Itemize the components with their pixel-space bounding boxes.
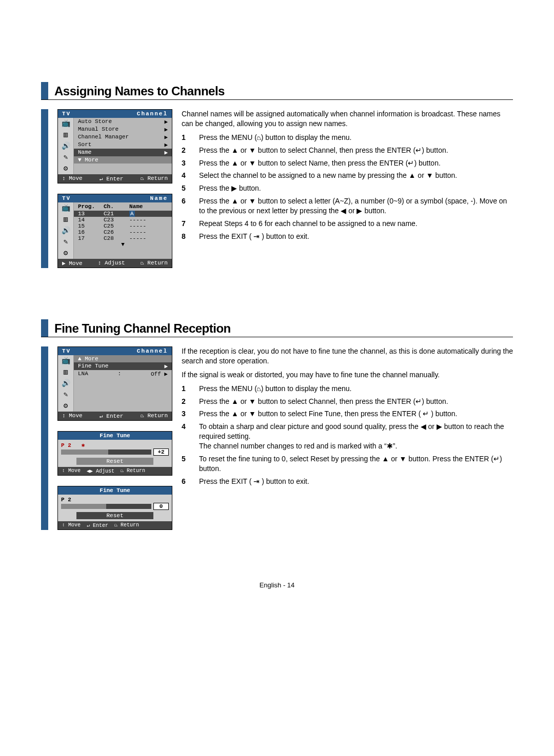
step: 3Press the ▲ or ▼ button to select Fine … bbox=[182, 409, 513, 419]
ft-channel: P 2 bbox=[61, 497, 71, 503]
ft-star: ✱ bbox=[82, 442, 85, 448]
section-header: Fine Tuning Channel Reception bbox=[41, 319, 513, 337]
ft-title: Fine Tune bbox=[58, 486, 172, 495]
picture-icon: 📺 bbox=[62, 120, 70, 127]
menu-more-up: ▲ More bbox=[74, 355, 172, 362]
osd-sidebar-icons: 📺 ▥ 🔊 ✎ ⚙ bbox=[58, 355, 74, 412]
osd-sidebar-icons: 📺 ▥ 🔊 ✎ ⚙ bbox=[58, 202, 74, 259]
osd-fine-tune-adjusted: Fine Tune P 2 ✱ +2 Reset ↕ Move ◀▶ Adjus… bbox=[57, 431, 172, 476]
osd-tv-label: TV bbox=[62, 348, 71, 354]
table-row: 14 C23 ----- bbox=[74, 217, 172, 223]
gear-icon: ⚙ bbox=[64, 402, 68, 410]
osd-fine-tune-zero: Fine Tune P 2 0 Reset ↕ Move ↵ Enter ⏢ R… bbox=[57, 486, 172, 530]
instructions: Channel names will be assigned automatic… bbox=[182, 109, 513, 268]
table-row: 17 C28 ----- bbox=[74, 235, 172, 241]
ft-channel: P 2 bbox=[61, 442, 71, 448]
section-title: Fine Tuning Channel Reception bbox=[54, 319, 231, 337]
menu-item-selected: Fine Tune▶ bbox=[74, 362, 172, 370]
menu-item: Auto Store▶ bbox=[74, 118, 172, 126]
channel-icon: ▥ bbox=[64, 131, 68, 138]
gear-icon: ⚙ bbox=[64, 165, 68, 172]
menu-item: LNA : Off ▶ bbox=[74, 370, 172, 378]
menu-item-selected: Name▶ bbox=[74, 149, 172, 156]
osd-tv-label: TV bbox=[62, 195, 71, 201]
sound-icon: 🔊 bbox=[62, 227, 70, 234]
step: 6Press the ▲ or ▼ button to select a let… bbox=[182, 196, 513, 216]
step: 8Press the EXIT ( ⇥ ) button to exit. bbox=[182, 232, 513, 241]
step: 3Press the ▲ or ▼ button to select Name,… bbox=[182, 158, 513, 168]
channel-icon: ▥ bbox=[64, 369, 68, 376]
page-footer: English - 14 bbox=[41, 581, 513, 589]
step: 1Press the MENU (⏢) button to display th… bbox=[182, 133, 513, 142]
step: 6Press the EXIT ( ⇥ ) button to exit. bbox=[182, 477, 513, 486]
intro-text: If the reception is clear, you do not ha… bbox=[182, 346, 513, 366]
step: 1Press the MENU (⏢) button to display th… bbox=[182, 384, 513, 394]
table-header: Prog. Ch. Name bbox=[74, 202, 172, 211]
osd-footer: ↕ Move ↵ Enter ⏢ Return bbox=[58, 412, 172, 420]
step: 5Press the ▶ button. bbox=[182, 183, 513, 193]
setup-icon: ✎ bbox=[64, 238, 68, 246]
step: 2Press the ▲ or ▼ button to select Chann… bbox=[182, 397, 513, 406]
osd-title: Name bbox=[150, 195, 168, 201]
osd-name-menu: TV Name 📺 ▥ 🔊 ✎ ⚙ Prog. Ch. bbox=[57, 194, 172, 268]
ft-slider bbox=[61, 504, 151, 509]
table-row: 13 C21 A bbox=[74, 211, 172, 217]
step: 7Repeat Steps 4 to 6 for each channel to… bbox=[182, 219, 513, 229]
ft-footer: ↕ Move ↵ Enter ⏢ Return bbox=[58, 521, 172, 529]
step: 4Select the channel to be assigned to a … bbox=[182, 171, 513, 180]
picture-icon: 📺 bbox=[62, 357, 70, 364]
osd-channel-menu: TV Channel 📺 ▥ 🔊 ✎ ⚙ Auto Store▶ Manual … bbox=[57, 109, 172, 183]
section-title: Assigning Names to Channels bbox=[54, 82, 225, 99]
intro-text: If the signal is weak or distorted, you … bbox=[182, 370, 513, 380]
step: 2Press the ▲ or ▼ button to select Chann… bbox=[182, 146, 513, 155]
section-header: Assigning Names to Channels bbox=[41, 82, 513, 100]
ft-value: +2 bbox=[153, 448, 169, 456]
side-accent-bar bbox=[41, 346, 48, 530]
table-row: 16 C26 ----- bbox=[74, 229, 172, 235]
ft-reset: Reset bbox=[76, 458, 153, 465]
channel-icon: ▥ bbox=[64, 216, 68, 223]
ft-slider bbox=[61, 449, 151, 455]
setup-icon: ✎ bbox=[64, 154, 68, 161]
menu-item: Sort▶ bbox=[74, 141, 172, 149]
instructions: If the reception is clear, you do not ha… bbox=[182, 346, 513, 530]
header-accent-bar bbox=[41, 82, 48, 99]
step: 4To obtain a sharp and clear picture and… bbox=[182, 422, 513, 451]
picture-icon: 📺 bbox=[62, 205, 70, 212]
ft-reset-selected: Reset bbox=[76, 512, 153, 519]
section-fine-tuning: Fine Tuning Channel Reception TV Channel… bbox=[41, 319, 513, 530]
ft-title: Fine Tune bbox=[58, 432, 172, 440]
ft-footer: ↕ Move ◀▶ Adjust ⏢ Return bbox=[58, 467, 172, 475]
side-accent-bar bbox=[41, 109, 48, 268]
step: 5To reset the fine tuning to 0, select R… bbox=[182, 454, 513, 474]
table-row: 15 C25 ----- bbox=[74, 223, 172, 229]
sound-icon: 🔊 bbox=[62, 380, 70, 387]
osd-sidebar-icons: 📺 ▥ 🔊 ✎ ⚙ bbox=[58, 118, 74, 174]
osd-title: Channel bbox=[137, 348, 168, 354]
osd-tv-label: TV bbox=[62, 111, 71, 117]
osd-footer: ▶ Move ↕ Adjust ⏢ Return bbox=[58, 259, 172, 268]
menu-more-down: ▼ bbox=[74, 241, 172, 248]
header-accent-bar bbox=[41, 319, 48, 337]
osd-channel-menu-ft: TV Channel 📺 ▥ 🔊 ✎ ⚙ ▲ More Fine Tune▶ bbox=[57, 346, 172, 421]
osd-title: Channel bbox=[137, 111, 168, 117]
menu-more: ▼ More bbox=[74, 156, 172, 164]
section-assigning-names: Assigning Names to Channels TV Channel 📺… bbox=[41, 82, 513, 268]
gear-icon: ⚙ bbox=[64, 250, 68, 257]
osd-footer: ↕ Move ↵ Enter ⏢ Return bbox=[58, 174, 172, 183]
setup-icon: ✎ bbox=[64, 391, 68, 398]
menu-item: Manual Store▶ bbox=[74, 126, 172, 133]
sound-icon: 🔊 bbox=[62, 142, 70, 150]
menu-item: Channel Manager▶ bbox=[74, 133, 172, 141]
ft-value: 0 bbox=[153, 503, 169, 510]
intro-text: Channel names will be assigned automatic… bbox=[182, 109, 513, 129]
